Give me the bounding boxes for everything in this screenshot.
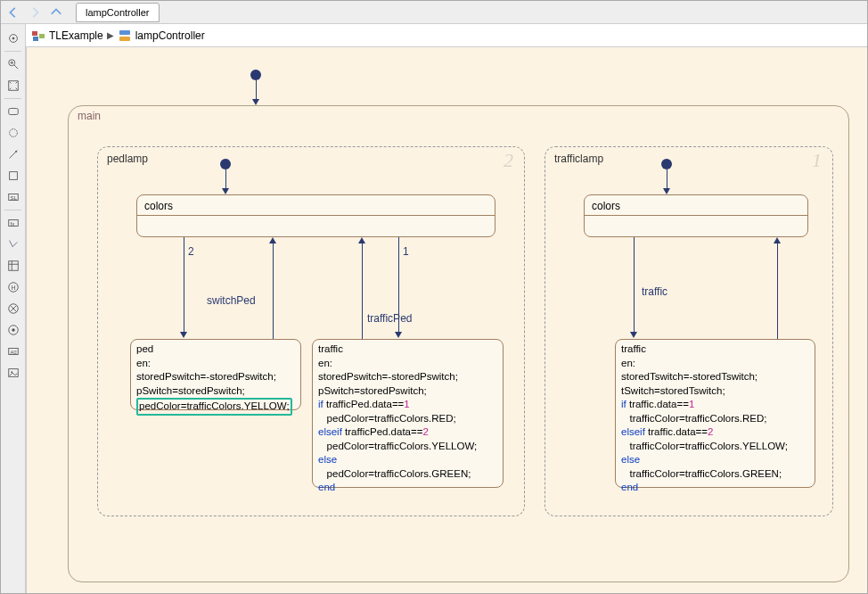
arrowhead-icon	[269, 237, 276, 243]
state-body: traffic en: storedTswitch=-storedTswitch…	[616, 340, 815, 498]
chart-canvas[interactable]: main pedlamp 2 colors	[26, 47, 867, 593]
breadcrumb-root[interactable]: TLExample	[49, 29, 103, 42]
arrowhead-icon	[663, 188, 670, 194]
connective-junction-icon[interactable]	[1, 298, 26, 319]
initial-transition-dot[interactable]	[220, 159, 231, 169]
region-priority: 1	[812, 149, 822, 172]
arrow-line	[362, 243, 363, 339]
svg-rect-7	[9, 109, 19, 115]
arrowhead-icon	[630, 332, 637, 338]
svg-point-1	[12, 37, 15, 40]
svg-rect-32	[119, 37, 130, 41]
state-traffic[interactable]: traffic en: storedTswitch=-storedTswitch…	[615, 339, 815, 488]
default-transition-icon[interactable]	[1, 319, 26, 341]
arrowhead-icon	[395, 332, 402, 338]
state-title: traffic	[621, 343, 646, 354]
breadcrumb-separator: ▶	[107, 30, 114, 40]
svg-point-23	[12, 328, 15, 332]
state-main[interactable]: main pedlamp 2 colors	[68, 105, 849, 582]
region-label: pedlamp	[107, 153, 148, 165]
image-tool-icon[interactable]	[1, 362, 26, 384]
svg-text:H: H	[11, 285, 15, 291]
breadcrumb-current[interactable]: lampController	[135, 29, 205, 42]
model-icon[interactable]	[31, 29, 45, 43]
state-body: ped en: storedPswitch=-storedPswitch; pS…	[131, 340, 300, 418]
annotation-icon[interactable]: A≡	[1, 341, 26, 362]
svg-text:fx: fx	[11, 220, 15, 227]
arrowhead-icon	[252, 99, 259, 105]
state-title: ped	[136, 343, 153, 354]
state-ped[interactable]: ped en: storedPswitch=-storedPswitch; pS…	[130, 339, 301, 410]
edge-priority: 1	[403, 245, 409, 258]
svg-text:SL: SL	[11, 194, 18, 201]
app-window: lampController SL fx H A≡	[0, 0, 868, 594]
region-pedlamp[interactable]: pedlamp 2 colors 2 switchPed	[97, 146, 525, 516]
arrow-line	[777, 243, 778, 339]
initial-arrow	[256, 80, 257, 100]
junction-tool-icon[interactable]	[1, 122, 26, 144]
svg-rect-28	[32, 31, 37, 36]
explorer-icon[interactable]	[1, 28, 26, 49]
svg-point-8	[10, 129, 18, 137]
file-tab[interactable]: lampController	[76, 3, 160, 22]
state-title: colors	[585, 195, 807, 215]
state-traffic-ped[interactable]: traffic en: storedPswitch=-storedPswitch…	[312, 339, 504, 488]
state-title: traffic	[318, 343, 343, 354]
initial-transition-dot[interactable]	[661, 159, 672, 169]
transition-tool-icon[interactable]	[1, 144, 26, 165]
state-colors[interactable]: colors	[584, 194, 808, 237]
zoom-in-icon[interactable]	[1, 54, 26, 75]
arrowhead-icon	[774, 237, 781, 243]
nav-up-button[interactable]	[47, 4, 65, 21]
arrowhead-icon	[180, 332, 187, 338]
state-title: colors	[137, 195, 495, 215]
state-label: main	[78, 110, 101, 122]
svg-rect-31	[119, 30, 130, 35]
edge-label-switchped: switchPed	[207, 294, 256, 307]
highlighted-line: pedColor=trafficColors.YELLOW;	[136, 398, 292, 416]
content-area: TLExample ▶ lampController main pedlamp …	[26, 24, 867, 593]
svg-line-3	[14, 65, 18, 69]
top-toolbar: lampController	[1, 1, 867, 24]
svg-rect-29	[33, 37, 38, 41]
svg-rect-14	[9, 261, 19, 271]
arrow-line	[667, 169, 667, 189]
fit-view-icon[interactable]	[1, 75, 26, 96]
state-tool-icon[interactable]	[1, 101, 26, 122]
breadcrumb: TLExample ▶ lampController	[26, 24, 867, 47]
history-icon[interactable]: H	[1, 276, 26, 298]
arrowhead-icon	[222, 188, 229, 194]
svg-text:A≡: A≡	[11, 349, 18, 355]
arrow-line	[273, 243, 274, 339]
arrow-line	[184, 237, 184, 333]
palette-toolbar: SL fx H A≡	[1, 24, 26, 593]
region-label: trafficlamp	[554, 153, 603, 165]
svg-rect-9	[10, 172, 18, 180]
state-colors[interactable]: colors	[136, 194, 495, 237]
edge-label-traffic: traffic	[642, 285, 667, 298]
edge-label-trafficped: trafficPed	[367, 312, 412, 325]
edge-priority: 2	[188, 245, 194, 258]
graphical-fn-icon[interactable]	[1, 234, 26, 255]
initial-transition-dot[interactable]	[250, 70, 261, 80]
matlab-fn-icon[interactable]: fx	[1, 212, 26, 234]
arrow-line	[225, 169, 226, 189]
box-tool-icon[interactable]	[1, 165, 26, 186]
region-trafficlamp[interactable]: trafficlamp 1 colors traffic	[545, 146, 833, 516]
nav-back-button[interactable]	[4, 4, 22, 21]
arrowhead-icon	[358, 237, 365, 243]
simulink-fn-icon[interactable]: SL	[1, 186, 26, 208]
region-priority: 2	[504, 149, 513, 172]
tab-label: lampController	[86, 7, 150, 18]
state-body: traffic en: storedPswitch=-storedPswitch…	[313, 340, 503, 498]
main-body: SL fx H A≡ TLExample ▶ lampController	[1, 24, 867, 593]
arrow-line	[634, 237, 635, 333]
nav-forward-button[interactable]	[26, 4, 44, 21]
chart-icon[interactable]	[118, 29, 132, 43]
svg-rect-30	[39, 34, 45, 38]
truth-table-icon[interactable]	[1, 255, 26, 276]
